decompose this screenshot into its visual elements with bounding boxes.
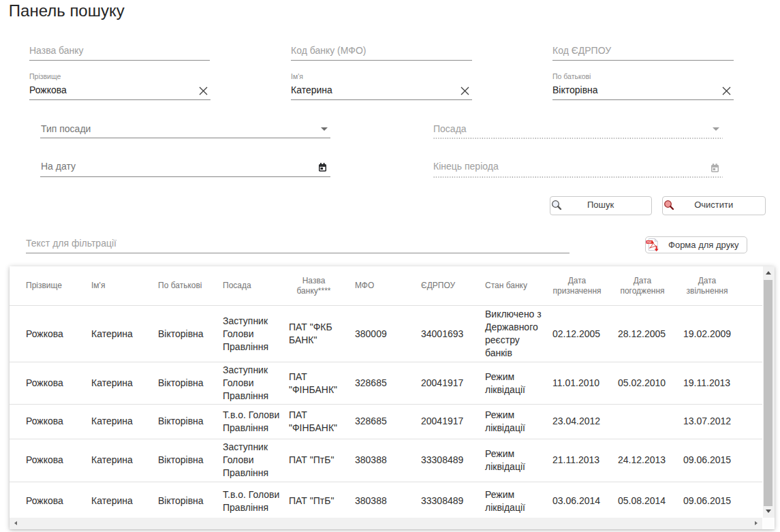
svg-text:PDF: PDF — [646, 241, 651, 244]
